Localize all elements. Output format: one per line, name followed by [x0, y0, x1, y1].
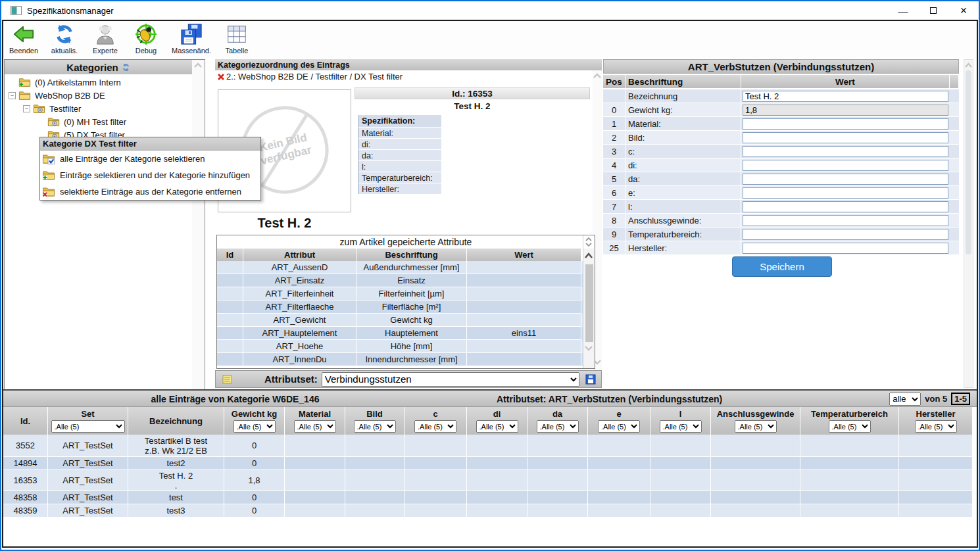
c-input[interactable] [743, 146, 948, 157]
column-label[interactable]: da [552, 409, 562, 419]
attribute-row-ART_InnenDu[interactable]: ART_InnenDuInnendurchmesser [mm] [217, 353, 595, 366]
filter-select-hersteller[interactable]: .Alle (5) [915, 420, 957, 433]
gewicht-kg-input[interactable] [743, 105, 948, 116]
cell [711, 504, 800, 517]
column-label[interactable]: e [616, 409, 621, 419]
da-input[interactable] [743, 174, 948, 185]
scroll-up-icon[interactable] [583, 251, 594, 260]
tabelle-button[interactable]: Tabelle [222, 23, 252, 55]
field-label: e: [625, 186, 741, 199]
page-size-select[interactable]: alle [889, 393, 921, 406]
minimize-button[interactable]: — [888, 1, 918, 20]
page-range-box[interactable]: 1-5 [951, 393, 970, 405]
scroll-thumb[interactable] [585, 264, 593, 342]
filter-select-c[interactable]: .Alle (5) [414, 420, 456, 433]
folder-gear-icon [33, 103, 46, 114]
experte-button[interactable]: Experte [90, 23, 120, 55]
attribute-row-ART_Filterfeinheit[interactable]: ART_FilterfeinheitFilterfeinheit [µm] [217, 287, 595, 300]
scroll-up-icon[interactable] [593, 72, 602, 80]
context-menu-item-selektierte-eintr-ge-aus-der-k[interactable]: selektierte Einträge aus der Kategorie e… [40, 183, 260, 200]
attribute-row-ART_AussenD[interactable]: ART_AussenDAußendurchmesser [mm] [217, 261, 595, 274]
attribute-row-ART_Hoehe[interactable]: ART_HoeheHöhe [mm] [217, 340, 595, 353]
attribute-row-ART_Einsatz[interactable]: ART_EinsatzEinsatz [217, 274, 595, 287]
e-input[interactable] [743, 187, 948, 199]
bild-input[interactable] [743, 132, 948, 143]
attribute-row-ART_Gewicht[interactable]: ART_GewichtGewicht kg [217, 314, 595, 327]
spec-row-da: da: [358, 149, 441, 160]
context-menu-item-alle-eintr-ge-der-kategorie-se[interactable]: alle Einträge der Kategorie selektieren [40, 151, 260, 167]
filter-select-bild[interactable]: .Alle (5) [354, 420, 396, 433]
attribute-row-ART_Hauptelement[interactable]: ART_HauptelementHauptelementeins11 [217, 327, 595, 340]
col-id[interactable]: Id [217, 249, 243, 261]
filter-select-da[interactable]: .Alle (5) [537, 420, 579, 433]
save-attributset-icon[interactable] [585, 374, 596, 385]
cell [467, 470, 527, 491]
tree-expander[interactable]: − [9, 92, 16, 99]
filter-select-di[interactable]: .Alle (5) [476, 420, 518, 433]
right-scrollbar[interactable] [964, 59, 973, 388]
column-label[interactable]: di [493, 409, 501, 419]
column-label[interactable]: Temperaturbereich [811, 409, 888, 419]
column-label[interactable]: Gewicht kg [232, 409, 277, 419]
column-label[interactable]: Set [81, 409, 94, 419]
entries-row-3552[interactable]: 3552ART_TestSetTestartikel B testz.B. Wk… [3, 435, 973, 457]
cell [527, 457, 588, 470]
filter-select-anschlussgewinde[interactable]: .Alle (5) [735, 420, 777, 433]
filter-select-l[interactable]: .Alle (5) [660, 420, 702, 433]
filter-select-temperaturbereich[interactable]: .Alle (5) [829, 420, 871, 433]
entries-row-48359[interactable]: 48359ART_TestSettest30 [3, 504, 973, 517]
entries-row-16353[interactable]: 16353ART_TestSetTest H. 2.1,8 [3, 470, 973, 491]
column-label[interactable]: Bezeichnung [149, 416, 203, 426]
scroll-thumb[interactable] [966, 70, 971, 254]
column-label[interactable]: Id. [20, 416, 30, 426]
hersteller-input[interactable] [743, 243, 948, 254]
scroll-up-icon[interactable] [193, 62, 203, 69]
l-input[interactable] [743, 201, 948, 212]
filter-select-gewicht-kg[interactable]: .Alle (5) [233, 420, 276, 433]
anschlussgewinde-input[interactable] [743, 215, 948, 226]
context-menu-item-eintr-ge-selektieren-und-der-k[interactable]: Einträge selektieren und der Kategorie h… [40, 167, 260, 183]
filter-select-set[interactable]: .Alle (5) [51, 420, 125, 433]
maximize-button[interactable] [918, 1, 948, 20]
tree-item-testfilter[interactable]: −Testfilter [5, 102, 191, 115]
aktualisieren-button[interactable]: aktualis. [49, 23, 80, 55]
speichern-button[interactable]: Speichern [732, 256, 832, 277]
col-wert[interactable]: Wert [467, 249, 581, 261]
tree-item-webshop-b2b-de[interactable]: −WebShop B2B DE [5, 89, 191, 102]
column-label[interactable]: Material [299, 409, 331, 419]
categories-scrollbar[interactable] [192, 60, 205, 389]
scroll-up-icon[interactable] [964, 62, 973, 69]
pos-cell: 5 [603, 172, 625, 185]
filter-select-e[interactable]: .Alle (5) [598, 420, 640, 433]
cell [345, 504, 404, 517]
temperaturbereich-input[interactable] [743, 229, 948, 240]
debug-button[interactable]: Debug [131, 23, 161, 55]
column-label[interactable]: Bild [366, 409, 383, 419]
tree-expander[interactable]: − [23, 105, 30, 112]
column-label[interactable]: l [679, 409, 682, 419]
column-label[interactable]: Anschlussgewinde [717, 409, 795, 419]
refresh-categories-icon[interactable] [122, 63, 130, 72]
entries-row-48358[interactable]: 48358ART_TestSettest0 [3, 491, 973, 504]
remove-assignment-icon[interactable] [217, 73, 225, 81]
close-button[interactable]: × [948, 1, 979, 20]
tree-item-0-mh-test-filter[interactable]: (0) MH Test filter [5, 115, 191, 128]
attribute-row-ART_Filterflaeche[interactable]: ART_FilterflaecheFilterfläche [m²] [217, 300, 595, 314]
bezeichnung-input[interactable] [743, 91, 948, 102]
col-beschriftung[interactable]: Beschriftung [356, 249, 467, 261]
massenaenderung-button[interactable]: Massenänd. [172, 23, 211, 55]
scroll-down-icon[interactable] [583, 345, 594, 352]
entries-row-14894[interactable]: 14894ART_TestSettest20 [3, 457, 973, 470]
sort-toggle-icon[interactable] [583, 235, 594, 249]
attributes-scrollbar[interactable] [583, 235, 595, 368]
beenden-button[interactable]: Beenden [9, 23, 39, 55]
material-input[interactable] [743, 118, 948, 130]
column-label[interactable]: Hersteller [916, 409, 956, 419]
di-input[interactable] [743, 160, 948, 171]
col-attribut[interactable]: Attribut [243, 249, 356, 261]
tree-item-0-artikelstamm-intern[interactable]: (0) Artikelstamm Intern [5, 76, 191, 89]
filter-select-material[interactable]: .Alle (5) [294, 420, 336, 433]
folder-add-icon [18, 77, 32, 87]
attributset-select[interactable]: Verbindungsstutzen [322, 372, 579, 387]
column-label[interactable]: c [433, 409, 437, 419]
